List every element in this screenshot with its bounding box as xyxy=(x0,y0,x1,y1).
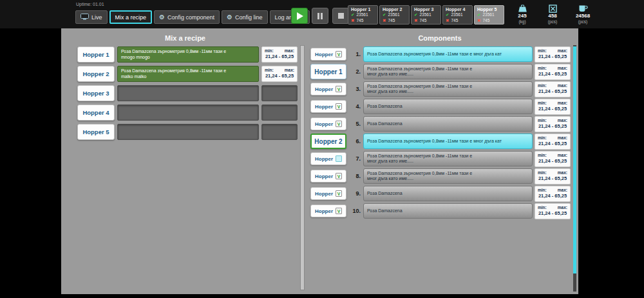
hopper-selector-label: Hopper xyxy=(315,191,333,197)
totals-bar: 245 (kg) 458 (pcs) 24568 (pcs) xyxy=(511,4,594,25)
recipe-field-1[interactable]: Роза Damazcena зърнометрия 0,8мм -11мм т… xyxy=(117,46,259,63)
hopper-status-1[interactable]: Hopper 1 ✔23561 ✖745 xyxy=(348,5,378,25)
hopper-status-3[interactable]: Hopper 3 ✔23561 ✖745 xyxy=(411,5,441,25)
tab-live-label: Live xyxy=(91,14,102,21)
panel-splitter[interactable] xyxy=(300,45,305,290)
component-item[interactable]: Роза Damazcena зърнометрия 0,8мм -11мм т… xyxy=(363,151,533,166)
component-row: Hopper V 3. Роза Damazcena зърнометрия 0… xyxy=(310,81,571,97)
hopper-selector[interactable]: Hopper V xyxy=(310,187,346,200)
play-button[interactable] xyxy=(291,8,308,24)
component-row: Hopper V 9. Роза Damazcena min:max: 21,2… xyxy=(310,186,571,201)
nav-tabs: Live Mix a recipe ⚙ Config component ⚙ C… xyxy=(75,10,310,24)
tab-config-line[interactable]: ⚙ Config line xyxy=(222,10,268,24)
hopper-1-button[interactable]: Hopper 1 xyxy=(77,46,115,63)
component-item-selected[interactable]: Роза Damazcena зърнометрия 0,8мм -11мм т… xyxy=(363,46,533,62)
component-row: Hopper V 1. Роза Damazcena зърнометрия 0… xyxy=(310,46,571,62)
hopper-5-button[interactable]: Hopper 5 xyxy=(77,124,115,140)
v-check-icon[interactable]: V xyxy=(336,103,342,110)
recipe-row: Hopper 2 Роза Damazcena зърнометрия 0,8м… xyxy=(77,66,298,82)
component-row: Hopper 2 6. Роза Damazcena зърнометрия 0… xyxy=(310,134,571,149)
hopper-3-button[interactable]: Hopper 3 xyxy=(77,85,115,101)
component-row: Hopper V 10. Роза Damazcena min:max: 21,… xyxy=(310,203,571,219)
minmax-box: min:max: 21,24 - 65,25 xyxy=(535,186,571,202)
recipe-field-3[interactable] xyxy=(117,85,259,101)
ok-count: 23561 xyxy=(388,12,399,18)
v-check-icon[interactable]: V xyxy=(336,190,342,197)
components-panel: Hopper V 1. Роза Damazcena зърнометрия 0… xyxy=(310,46,571,219)
hopper-4-button[interactable]: Hopper 4 xyxy=(77,104,115,121)
component-item[interactable]: Роза Damazcena xyxy=(363,203,533,219)
recipe-field-line2: mnogo mnogo xyxy=(121,55,255,61)
hopper-selector[interactable]: Hopper V xyxy=(310,48,346,61)
max-label: max: xyxy=(558,65,567,71)
component-text: Роза Damazcena зърнометрия 0,8мм -11мм т… xyxy=(367,52,529,57)
hopper-selector[interactable]: Hopper V xyxy=(310,100,346,113)
component-item[interactable]: Роза Damazcena xyxy=(363,186,533,201)
v-check-icon[interactable]: V xyxy=(336,208,342,214)
hopper-status-2[interactable]: Hopper 2 ✔23561 ✖745 xyxy=(379,5,410,25)
monitor-icon xyxy=(80,14,89,21)
recipe-field-line2: malko malko xyxy=(121,74,255,80)
hopper-selector[interactable]: Hopper V xyxy=(310,117,346,130)
recipe-panel-title: Mix a recipe xyxy=(74,34,296,42)
v-check-icon[interactable]: V xyxy=(336,173,342,179)
component-item-selected[interactable]: Роза Damazcena зърнометрия 0,8мм -11мм т… xyxy=(363,134,533,149)
tab-mix-a-recipe[interactable]: Mix a recipe xyxy=(109,10,153,24)
tab-config-component[interactable]: ⚙ Config component xyxy=(154,10,220,24)
recipe-field-4[interactable] xyxy=(117,104,259,121)
component-item[interactable]: Роза Damazcena xyxy=(363,116,533,132)
hopper-selector[interactable]: Hopper V xyxy=(310,204,346,217)
max-label: max: xyxy=(558,152,567,158)
stat-value: 458 xyxy=(548,13,556,19)
reject-count: 745 xyxy=(419,18,426,24)
ok-count: 23561 xyxy=(419,12,431,18)
v-check-icon[interactable]: V xyxy=(336,86,342,92)
components-scrollbar[interactable] xyxy=(573,45,576,292)
recipe-field-2[interactable]: Роза Damazcena зърнометрия 0,8мм -11мм т… xyxy=(117,66,259,82)
transport-controls xyxy=(291,8,349,24)
cup-icon xyxy=(578,4,588,13)
hopper-2-assign-button[interactable]: Hopper 2 xyxy=(310,134,346,149)
component-item[interactable]: Роза Damazcena зърнометрия 0,8мм -11мм т… xyxy=(363,81,533,97)
component-item[interactable]: Роза Damazcena xyxy=(363,99,533,114)
pause-button[interactable] xyxy=(312,8,328,24)
tab-live[interactable]: Live xyxy=(75,10,108,24)
max-label: max: xyxy=(558,187,567,193)
max-label: max: xyxy=(285,67,294,73)
empty-checkbox-icon[interactable] xyxy=(336,155,342,162)
minmax-box-empty xyxy=(261,124,298,140)
hopper-selector[interactable]: Hopper V xyxy=(310,170,346,183)
recipe-field-5[interactable] xyxy=(117,124,259,140)
minmax-box: min:max: 21,24 - 65,25 xyxy=(535,134,571,150)
check-icon: ✔ xyxy=(351,12,354,18)
component-row: Hopper V 4. Роза Damazcena min:max: 21,2… xyxy=(310,99,571,114)
component-item[interactable]: Роза Damazcena зърнометрия 0,8мм -11мм т… xyxy=(363,64,533,79)
hopper-status-5[interactable]: Hopper 5 ✔23561 ✖745 xyxy=(474,5,504,25)
max-label: max: xyxy=(558,48,567,54)
component-number: 5. xyxy=(348,121,361,127)
hopper-selector[interactable]: Hopper xyxy=(310,152,346,165)
hopper-selector[interactable]: Hopper V xyxy=(310,83,346,95)
hopper-1-assign-button[interactable]: Hopper 1 xyxy=(310,64,346,79)
stop-button[interactable] xyxy=(332,8,349,24)
hopper-2-button[interactable]: Hopper 2 xyxy=(77,66,115,82)
min-label: min: xyxy=(538,117,547,123)
recipe-row: Hopper 5 xyxy=(77,124,298,140)
hopper-selector-label: Hopper 1 xyxy=(314,68,342,75)
hopper-selector-label: Hopper xyxy=(315,104,333,110)
min-label: min: xyxy=(538,187,547,193)
recipe-field-line1: Роза Damazcena зърнометрия 0,8мм -11мм т… xyxy=(121,68,255,74)
recipe-panel: Hopper 1 Роза Damazcena зърнометрия 0,8м… xyxy=(77,46,298,140)
tab-mix-label: Mix a recipe xyxy=(115,14,147,21)
hopper-status-4[interactable]: Hopper 4 ✔23561 ✖745 xyxy=(442,5,473,25)
v-check-icon[interactable]: V xyxy=(336,51,342,57)
check-icon: ✔ xyxy=(414,12,417,18)
hopper-selector-label: Hopper xyxy=(315,174,333,179)
component-item[interactable]: Роза Damazcena зърнометрия 0,8мм -11мм т… xyxy=(363,168,533,184)
hopper-status-title: Hopper 3 xyxy=(414,6,438,12)
tab-config-component-label: Config component xyxy=(167,14,214,21)
v-check-icon[interactable]: V xyxy=(336,121,342,127)
scrollbar-thumb[interactable] xyxy=(573,46,576,273)
min-label: min: xyxy=(538,100,547,106)
hopper-status-title: Hopper 5 xyxy=(477,6,501,12)
